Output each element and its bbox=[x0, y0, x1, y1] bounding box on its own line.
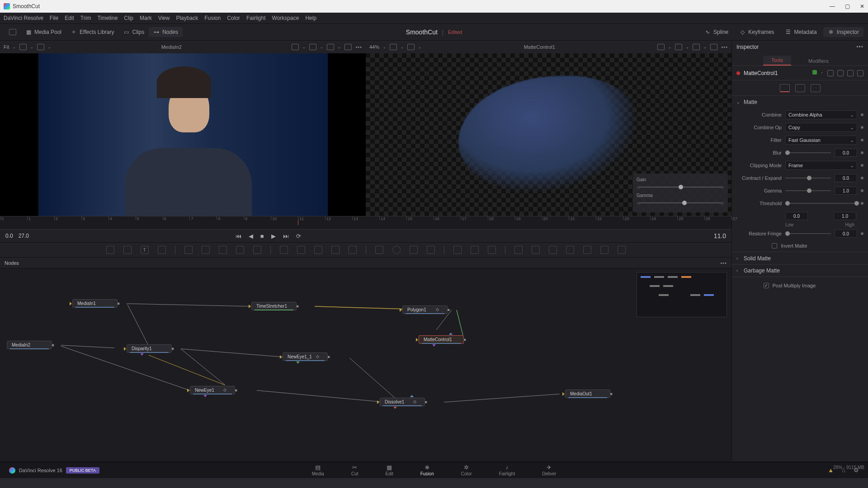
restore-field[interactable]: 0.0 bbox=[835, 230, 857, 238]
page-fusion[interactable]: ⚛Fusion bbox=[420, 464, 434, 476]
tool-resize-icon[interactable] bbox=[349, 246, 357, 254]
section-matte[interactable]: ⌄Matte bbox=[732, 96, 868, 108]
combineop-keyframe-icon[interactable] bbox=[861, 126, 863, 129]
channel-icon[interactable] bbox=[309, 44, 316, 50]
tool-blur-icon[interactable] bbox=[202, 246, 210, 254]
tool-3d-merge-icon[interactable] bbox=[618, 246, 626, 254]
page-edit[interactable]: ▦Edit bbox=[385, 464, 393, 476]
menu-davinci[interactable]: DaVinci Resolve bbox=[4, 15, 43, 21]
threshold-slider[interactable] bbox=[785, 203, 857, 204]
tool-channelbool-icon[interactable] bbox=[331, 246, 340, 254]
tool-3d-image-icon[interactable] bbox=[514, 246, 523, 254]
blur-keyframe-icon[interactable] bbox=[861, 151, 863, 154]
gamma-keyframe-icon[interactable] bbox=[861, 189, 863, 192]
menu-edit[interactable]: Edit bbox=[65, 15, 74, 21]
mode-2-icon[interactable] bbox=[811, 84, 821, 92]
filter-dropdown[interactable]: Fast Gaussian bbox=[785, 136, 857, 145]
tab-modifiers[interactable]: Modifiers bbox=[800, 56, 837, 66]
goto-start-button[interactable]: ⏮ bbox=[236, 233, 241, 239]
tool-3d-render-icon[interactable] bbox=[600, 246, 609, 254]
menu-fairlight[interactable]: Fairlight bbox=[246, 15, 266, 21]
blur-field[interactable]: 0.0 bbox=[835, 149, 857, 157]
threshold-low-field[interactable]: 0.0 bbox=[785, 212, 808, 220]
view-mode-icon[interactable] bbox=[292, 44, 299, 50]
versions-icon[interactable] bbox=[827, 70, 834, 76]
node-dissolve[interactable]: Dissolve1◇ bbox=[380, 398, 425, 406]
node-mattecontrol[interactable]: MatteControl1 bbox=[419, 335, 464, 344]
zoom-dropdown[interactable]: 44% bbox=[369, 44, 379, 50]
single-icon[interactable] bbox=[344, 44, 352, 50]
page-cut[interactable]: ✂Cut bbox=[351, 464, 359, 476]
menu-view[interactable]: View bbox=[158, 15, 170, 21]
pmi-checkbox[interactable] bbox=[764, 283, 769, 288]
viewer-options2-icon[interactable]: ••• bbox=[721, 44, 728, 50]
goto-end-button[interactable]: ⏭ bbox=[283, 233, 289, 239]
nodes-button[interactable]: ⊶Nodes bbox=[149, 27, 183, 37]
tool-transform-icon[interactable] bbox=[297, 246, 305, 254]
tool-merge-icon[interactable] bbox=[280, 246, 288, 254]
menu-timeline[interactable]: Timeline bbox=[97, 15, 118, 21]
tool-colorcorrect-icon[interactable] bbox=[236, 246, 244, 254]
layout-a-icon[interactable] bbox=[19, 44, 27, 50]
step-back-button[interactable]: ◀ bbox=[249, 233, 253, 239]
menu-help[interactable]: Help bbox=[305, 15, 316, 21]
restore-slider[interactable] bbox=[785, 233, 831, 234]
blur-slider[interactable] bbox=[785, 152, 831, 153]
menu-mark[interactable]: Mark bbox=[140, 15, 152, 21]
close-button[interactable]: ✕ bbox=[860, 3, 864, 9]
clipping-keyframe-icon[interactable] bbox=[861, 164, 863, 167]
menu-clip[interactable]: Clip bbox=[124, 15, 133, 21]
view-mode2-icon[interactable] bbox=[657, 44, 665, 50]
section-garbage-matte[interactable]: ›Garbage Matte bbox=[732, 264, 868, 277]
contract-keyframe-icon[interactable] bbox=[861, 177, 863, 179]
tool-text-icon[interactable]: T bbox=[141, 246, 149, 254]
tool-3d-light-icon[interactable] bbox=[583, 246, 591, 254]
node-mediain2[interactable]: MediaIn2 bbox=[7, 341, 52, 349]
node-neweye11[interactable]: NewEye1_1◇ bbox=[283, 352, 328, 361]
gamma-field[interactable]: 1.0 bbox=[835, 187, 857, 195]
tool-sharpen-icon[interactable] bbox=[219, 246, 227, 254]
page-color[interactable]: ✲Color bbox=[461, 464, 472, 476]
combine-dropdown[interactable]: Combine Alpha bbox=[785, 110, 857, 119]
tool-bspline-icon[interactable] bbox=[427, 246, 435, 254]
tool-ellipse-icon[interactable] bbox=[392, 246, 401, 254]
menu-playback[interactable]: Playback bbox=[176, 15, 198, 21]
range-end[interactable]: 27.0 bbox=[19, 233, 29, 239]
filter-keyframe-icon[interactable] bbox=[861, 139, 863, 141]
tool-3d-text-icon[interactable] bbox=[549, 246, 557, 254]
node-disparity[interactable]: Disparity1 bbox=[127, 344, 172, 353]
page-media[interactable]: ▤Media bbox=[312, 464, 324, 476]
node-mediain1[interactable]: MediaIn1 bbox=[72, 299, 118, 308]
grid2-icon[interactable] bbox=[693, 44, 700, 50]
tool-3d-camera-icon[interactable] bbox=[566, 246, 574, 254]
node-minimap[interactable] bbox=[637, 272, 727, 317]
node-neweye1[interactable]: NewEye1◇ bbox=[190, 386, 235, 394]
mode-1-icon[interactable] bbox=[795, 84, 805, 92]
invert-matte-checkbox[interactable] bbox=[772, 243, 777, 249]
channel2-icon[interactable] bbox=[675, 44, 682, 50]
tool-particles-icon[interactable] bbox=[453, 246, 462, 254]
node-timestretcher[interactable]: TimeStretcher1 bbox=[251, 302, 297, 310]
minimize-button[interactable]: — bbox=[830, 3, 835, 9]
home-icon[interactable]: ⌂ bbox=[842, 467, 845, 474]
nodes-options-icon[interactable]: ••• bbox=[720, 260, 727, 266]
threshold-high-field[interactable]: 1.0 bbox=[834, 212, 856, 220]
loop-button[interactable]: ⟳ bbox=[296, 233, 301, 239]
tool-polygon-icon[interactable] bbox=[410, 246, 418, 254]
combine-keyframe-icon[interactable] bbox=[861, 113, 863, 116]
right-viewer-canvas[interactable]: Gain ◁▷ Gamma ◁▷ bbox=[366, 53, 731, 216]
media-pool-button[interactable]: ▦Media Pool bbox=[21, 27, 66, 37]
tab-tools[interactable]: Tools bbox=[763, 56, 791, 66]
timeline-ruler[interactable]: 0123456789101112131415161718192021222324… bbox=[0, 216, 731, 225]
effects-library-button[interactable]: ✧Effects Library bbox=[66, 27, 118, 37]
keyframes-button[interactable]: ◇Keyframes bbox=[735, 27, 778, 37]
lock-icon[interactable] bbox=[847, 70, 854, 76]
range-start[interactable]: 0.0 bbox=[5, 233, 13, 239]
node-graph[interactable]: MediaIn1 MediaIn2 TimeStretcher1 Polygon… bbox=[0, 268, 731, 462]
inspector-options-icon[interactable]: ••• bbox=[856, 44, 863, 50]
maximize-button[interactable]: ▢ bbox=[845, 3, 850, 9]
play-button[interactable]: ▶ bbox=[271, 233, 276, 239]
menu-color[interactable]: Color bbox=[227, 15, 240, 21]
tool-3d-shape-icon[interactable] bbox=[532, 246, 540, 254]
menu-fusion[interactable]: Fusion bbox=[204, 15, 221, 21]
